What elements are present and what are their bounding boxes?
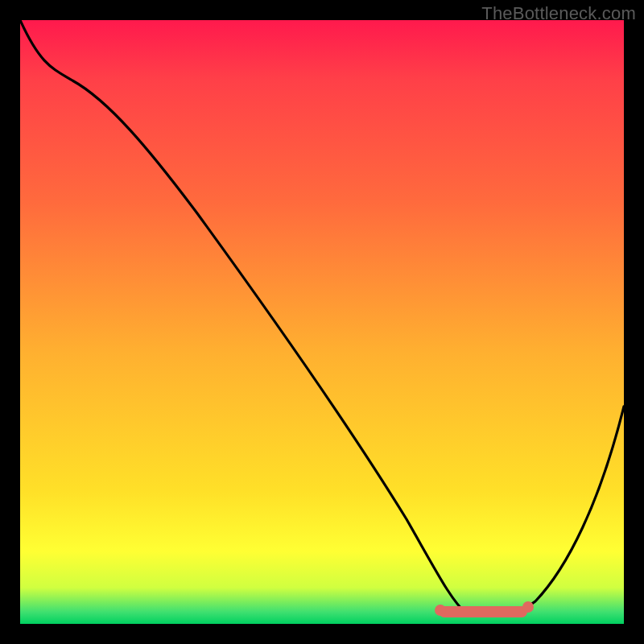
bottleneck-curve bbox=[20, 20, 624, 624]
watermark-text: TheBottleneck.com bbox=[481, 3, 636, 24]
plot-gradient-background bbox=[20, 20, 624, 624]
curve-path bbox=[20, 20, 624, 616]
chart-frame: TheBottleneck.com bbox=[0, 0, 644, 644]
optimal-zone-marker-left-dot bbox=[435, 605, 446, 616]
optimal-zone-marker-right-dot bbox=[522, 601, 534, 613]
optimal-zone-marker bbox=[439, 606, 527, 617]
